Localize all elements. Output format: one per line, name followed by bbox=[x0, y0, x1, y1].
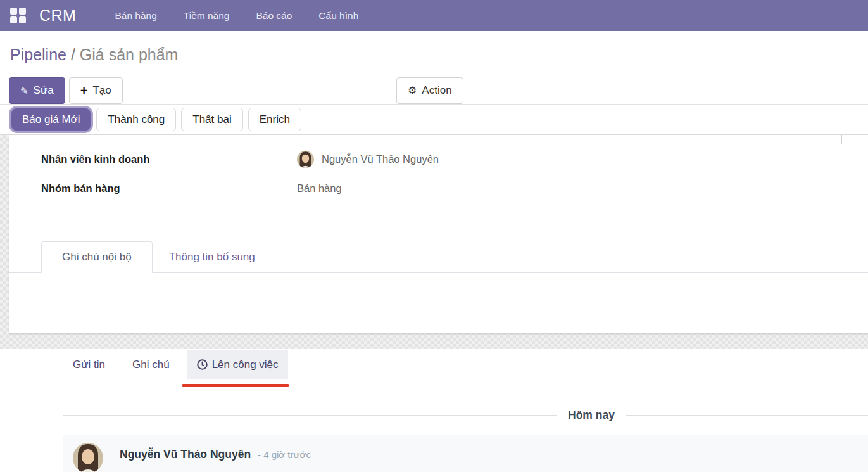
field-label-sales-team: Nhóm bán hàng bbox=[9, 182, 289, 195]
sales-team-name: Bán hàng bbox=[297, 182, 342, 195]
nav-item-bao-cao[interactable]: Báo cáo bbox=[242, 1, 305, 30]
annotation-red-underline bbox=[182, 384, 289, 387]
create-button[interactable]: + Tạo bbox=[69, 77, 123, 104]
clock-icon bbox=[197, 359, 208, 370]
message-timestamp: - 4 giờ trước bbox=[258, 449, 311, 460]
field-row-salesperson: Nhân viên kinh doanh Nguyễn Vũ Thảo Nguy… bbox=[9, 135, 868, 173]
apps-grid-icon[interactable] bbox=[10, 8, 27, 24]
top-navbar: CRM Bán hàng Tiềm năng Báo cáo Cấu hình bbox=[0, 0, 868, 31]
message-author-avatar bbox=[73, 443, 103, 472]
tab-extra-info[interactable]: Thông tin bổ sung bbox=[153, 242, 272, 272]
breadcrumb-parent-link[interactable]: Pipeline bbox=[10, 46, 66, 63]
notebook-tabs: Ghi chú nội bộ Thông tin bổ sung bbox=[9, 240, 868, 273]
salesperson-avatar bbox=[297, 151, 314, 168]
field-row-sales-team: Nhóm bán hàng Bán hàng bbox=[9, 173, 868, 204]
plus-icon: + bbox=[80, 84, 88, 98]
message-header: Nguyễn Vũ Thảo Nguyên - 4 giờ trước bbox=[120, 443, 311, 461]
nav-item-ban-hang[interactable]: Bán hàng bbox=[101, 1, 170, 30]
form-sheet: Nhân viên kinh doanh Nguyễn Vũ Thảo Nguy… bbox=[9, 135, 868, 334]
breadcrumb-separator: / bbox=[66, 46, 80, 63]
action-menu-button[interactable]: ⚙ Action bbox=[396, 77, 463, 104]
create-button-label: Tạo bbox=[92, 84, 111, 97]
edit-button[interactable]: ✎ Sửa bbox=[9, 77, 65, 104]
date-divider-label: Hôm nay bbox=[557, 409, 626, 422]
apps-grid-square bbox=[19, 8, 26, 15]
tab-internal-notes[interactable]: Ghi chú nội bộ bbox=[41, 241, 153, 273]
field-label-salesperson: Nhân viên kinh doanh bbox=[9, 153, 289, 165]
breadcrumb: Pipeline / Giá sản phẩm bbox=[0, 31, 868, 64]
chatter-message: Nguyễn Vũ Thảo Nguyên - 4 giờ trước bbox=[63, 435, 868, 472]
date-divider-line bbox=[63, 415, 557, 416]
app-brand[interactable]: CRM bbox=[39, 6, 76, 25]
sheet-background: Nhân viên kinh doanh Nguyễn Vũ Thảo Nguy… bbox=[0, 135, 868, 349]
apps-grid-square bbox=[10, 16, 17, 23]
crm-form-page: CRM Bán hàng Tiềm năng Báo cáo Cấu hình … bbox=[0, 0, 868, 472]
pencil-icon: ✎ bbox=[20, 86, 28, 96]
statusbar: Báo giá Mới Thành công Thất bại Enrich bbox=[0, 104, 868, 135]
gear-icon: ⚙ bbox=[408, 86, 417, 96]
chatter: Gửi tin Ghi chú Lên công việc Hôm nay bbox=[0, 349, 868, 472]
stage-enrich[interactable]: Enrich bbox=[248, 108, 301, 131]
breadcrumb-current: Giá sản phẩm bbox=[80, 46, 179, 63]
field-column-separator bbox=[289, 139, 289, 204]
stage-that-bai[interactable]: Thất bại bbox=[181, 108, 242, 131]
apps-grid-square bbox=[10, 8, 17, 15]
avatar-image bbox=[297, 151, 314, 168]
stage-thanh-cong[interactable]: Thành công bbox=[96, 108, 176, 131]
date-divider-line bbox=[626, 415, 868, 416]
nav-item-cau-hinh[interactable]: Cấu hình bbox=[305, 1, 372, 30]
edit-button-label: Sửa bbox=[34, 84, 54, 97]
action-button-label: Action bbox=[422, 84, 451, 97]
chatter-tab-schedule-activity[interactable]: Lên công việc bbox=[187, 350, 288, 379]
field-value-salesperson[interactable]: Nguyễn Vũ Thảo Nguyên bbox=[289, 151, 439, 168]
stage-bao-gia-moi[interactable]: Báo giá Mới bbox=[11, 108, 91, 131]
apps-grid-square bbox=[19, 16, 26, 23]
field-value-sales-team[interactable]: Bán hàng bbox=[289, 182, 342, 195]
group-right-separator bbox=[841, 135, 842, 144]
chatter-tab-log-note[interactable]: Ghi chú bbox=[123, 350, 179, 379]
chatter-tab-schedule-label: Lên công việc bbox=[212, 359, 279, 371]
chatter-tabs: Gửi tin Ghi chú Lên công việc bbox=[0, 349, 868, 379]
avatar-image bbox=[73, 443, 103, 472]
nav-item-tiem-nang[interactable]: Tiềm năng bbox=[170, 1, 243, 30]
salesperson-name: Nguyễn Vũ Thảo Nguyên bbox=[322, 153, 439, 165]
message-author-name[interactable]: Nguyễn Vũ Thảo Nguyên bbox=[120, 448, 251, 461]
control-panel-buttons: ✎ Sửa + Tạo ⚙ Action bbox=[0, 64, 868, 104]
chatter-tab-send-message[interactable]: Gửi tin bbox=[63, 350, 115, 379]
date-divider: Hôm nay bbox=[0, 404, 868, 426]
